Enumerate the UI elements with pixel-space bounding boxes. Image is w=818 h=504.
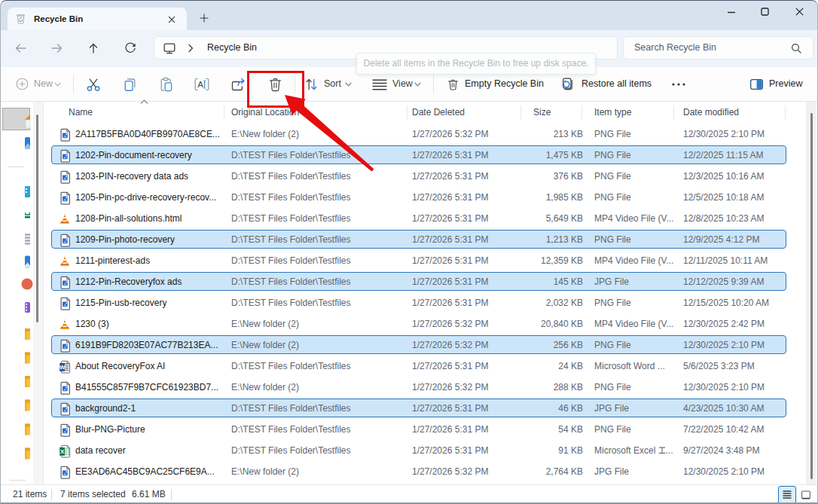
svg-text:A: A	[197, 80, 203, 89]
svg-text:X: X	[60, 448, 65, 455]
svg-text:W: W	[60, 364, 66, 371]
